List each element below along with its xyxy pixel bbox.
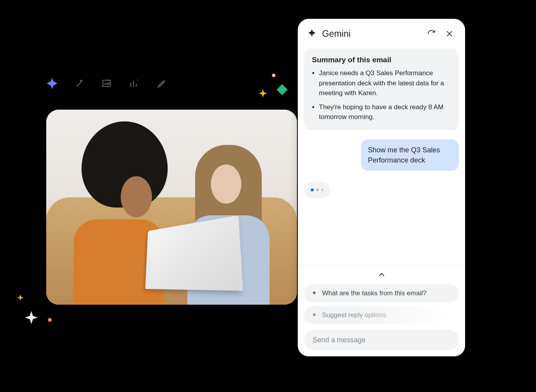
suggestion-label: Suggest reply options bbox=[322, 311, 386, 319]
close-button[interactable] bbox=[443, 27, 456, 40]
gemini-side-panel: Gemini Summary of this email Janice need… bbox=[298, 19, 465, 356]
marketing-photo bbox=[46, 110, 297, 305]
summary-bullet-list: Janice needs a Q3 Sales Performance pres… bbox=[312, 68, 451, 122]
message-input-bar[interactable] bbox=[304, 330, 459, 350]
suggestion-chip-reply[interactable]: Suggest reply options bbox=[304, 306, 459, 324]
user-message-bubble: Show me the Q3 Sales Performance deck bbox=[361, 139, 459, 171]
message-input[interactable] bbox=[313, 336, 450, 344]
magic-chart-icon bbox=[127, 76, 141, 90]
sparkle-yellow-icon bbox=[257, 88, 269, 101]
panel-footer: What are the tasks from this email? Sugg… bbox=[298, 265, 465, 356]
sparkle-lilac-icon bbox=[22, 309, 41, 329]
conversation-area: Summary of this email Janice needs a Q3 … bbox=[298, 45, 465, 265]
suggestion-chip-tasks[interactable]: What are the tasks from this email? bbox=[304, 284, 459, 302]
panel-header: Gemini bbox=[298, 19, 465, 45]
suggestion-label: What are the tasks from this email? bbox=[322, 289, 426, 297]
green-diamond-icon bbox=[277, 84, 288, 95]
sparkle-icon bbox=[311, 290, 318, 296]
summary-bullet: They're hoping to have a deck ready 8 AM… bbox=[319, 102, 451, 122]
ai-tools-toolbar bbox=[45, 76, 169, 90]
typing-indicator bbox=[304, 182, 330, 198]
magic-pen-icon bbox=[155, 76, 169, 90]
panel-title: Gemini bbox=[322, 29, 420, 39]
sparkle-gradient-icon bbox=[45, 76, 59, 90]
sparkle-yellow-small-icon bbox=[16, 294, 25, 303]
magic-image-icon bbox=[100, 76, 114, 90]
ai-summary-bubble: Summary of this email Janice needs a Q3 … bbox=[304, 49, 459, 130]
sparkle-icon bbox=[311, 312, 318, 318]
peach-dot-icon bbox=[272, 74, 275, 77]
refresh-button[interactable] bbox=[425, 27, 438, 40]
sparkle-logo-icon bbox=[307, 28, 317, 39]
magic-wand-icon bbox=[72, 76, 87, 90]
summary-heading: Summary of this email bbox=[312, 56, 451, 64]
coral-dot-icon bbox=[48, 318, 52, 322]
collapse-suggestions-button[interactable] bbox=[377, 270, 386, 280]
summary-bullet: Janice needs a Q3 Sales Performance pres… bbox=[319, 68, 451, 98]
